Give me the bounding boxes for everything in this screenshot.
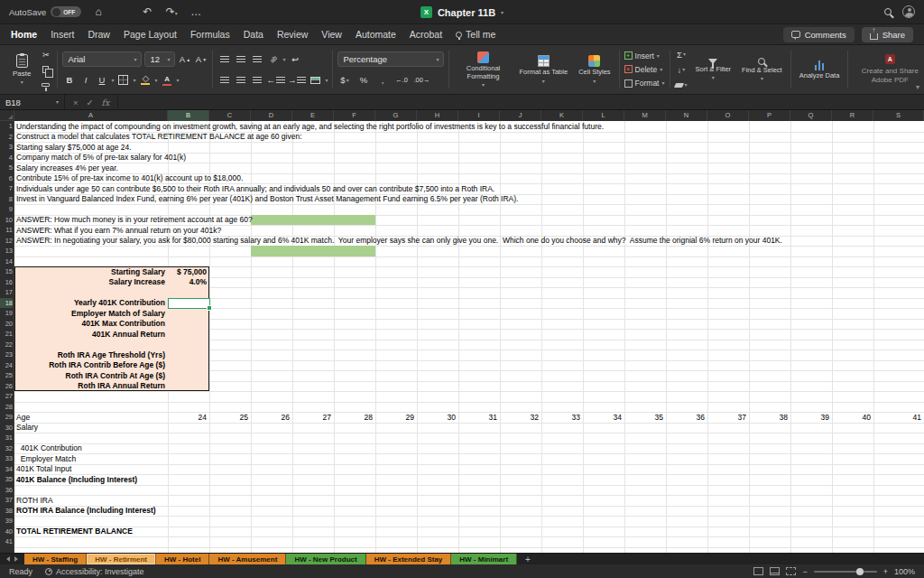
cell-A18[interactable]: Yearly 401K Contribution	[15, 298, 165, 308]
cell-styles-button[interactable]: Cell Styles▾	[575, 55, 614, 84]
column-header-N[interactable]: N	[666, 110, 707, 121]
add-sheet-button[interactable]: +	[517, 554, 539, 564]
orientation-button[interactable]: ab	[266, 52, 280, 66]
row-header-5[interactable]: 5	[0, 163, 13, 173]
create-share-adobe-pdf-button[interactable]: A Create and Share Adobe PDF	[853, 54, 924, 84]
row-header-2[interactable]: 2	[0, 132, 13, 143]
copy-button[interactable]	[39, 63, 52, 77]
spreadsheet-grid[interactable]: ABCDEFGHIJKLMNOPQRS123456789101112131415…	[0, 110, 924, 553]
align-left-button[interactable]	[217, 73, 231, 87]
row-header-12[interactable]: 12	[0, 236, 13, 247]
tab-view[interactable]: View	[321, 29, 342, 40]
tab-acrobat[interactable]: Acrobat	[410, 29, 442, 40]
cell-A1[interactable]: Understanding the impact of compounding …	[16, 122, 604, 132]
cell-A2[interactable]: Construct a model that calculates TOTAL …	[16, 132, 302, 142]
borders-button[interactable]	[116, 73, 130, 87]
cell-A6[interactable]: Contribute 15% of pre-tax income to 401(…	[16, 173, 243, 183]
cell-I29[interactable]: 31	[459, 413, 497, 423]
confirm-entry-icon[interactable]: ✓	[87, 98, 94, 107]
format-cells-button[interactable]: Format▾	[624, 77, 665, 90]
cell-E29[interactable]: 27	[293, 413, 331, 423]
cell-R29[interactable]: 40	[833, 413, 871, 423]
column-header-K[interactable]: K	[541, 110, 583, 121]
column-header-I[interactable]: I	[458, 110, 500, 121]
bold-button[interactable]: B	[62, 73, 76, 87]
font-color-button[interactable]: A	[161, 73, 174, 87]
row-header-15[interactable]: 15	[0, 266, 13, 277]
page-break-view-icon[interactable]	[786, 567, 796, 575]
column-header-C[interactable]: C	[209, 110, 251, 121]
column-header-J[interactable]: J	[500, 110, 541, 121]
row-header-38[interactable]: 38	[0, 506, 13, 517]
row-header-28[interactable]: 28	[0, 402, 13, 413]
autosum-button[interactable]: Σ▾	[675, 48, 688, 61]
row-header-30[interactable]: 30	[0, 423, 13, 434]
cell-B15[interactable]: $ 75,000	[169, 267, 207, 277]
delete-cells-button[interactable]: ×Delete▾	[624, 62, 665, 76]
align-center-button[interactable]	[234, 73, 247, 87]
row-header-6[interactable]: 6	[0, 173, 13, 184]
align-right-button[interactable]	[250, 73, 263, 87]
cell-A12[interactable]: ANSWER: In negotiating your salary, you …	[16, 236, 782, 246]
tab-automate[interactable]: Automate	[356, 29, 396, 40]
collapse-ribbon-icon[interactable]: ▾	[916, 83, 919, 91]
find-select-button[interactable]: Find & Select▾	[738, 58, 786, 82]
cell-A38[interactable]: ROTH IRA Balance (Including Interest)	[16, 506, 156, 516]
zoom-out-button[interactable]: −	[802, 567, 807, 576]
cell-A8[interactable]: Invest in Vanguard Balanced Index Fund, …	[16, 194, 518, 204]
select-all-corner[interactable]	[0, 110, 14, 121]
formula-input[interactable]	[118, 95, 924, 109]
tab-page-layout[interactable]: Page Layout	[124, 29, 177, 40]
cell-C29[interactable]: 25	[210, 413, 248, 423]
cell-M29[interactable]: 35	[625, 413, 663, 423]
column-header-B[interactable]: B	[168, 110, 209, 121]
name-box[interactable]: B18 ▾	[0, 95, 65, 109]
italic-button[interactable]: I	[79, 73, 92, 87]
tab-insert[interactable]: Insert	[51, 29, 74, 40]
cell-A24[interactable]: Roth IRA Contrib Before Age ($)	[15, 360, 165, 370]
column-header-L[interactable]: L	[583, 110, 624, 121]
cell-B16[interactable]: 4.0%	[169, 277, 207, 287]
row-header-25[interactable]: 25	[0, 370, 13, 381]
cell-A16[interactable]: Salary Increase	[15, 277, 165, 287]
cell-J29[interactable]: 32	[501, 413, 539, 423]
cell-A15[interactable]: Starting Salary	[15, 267, 165, 277]
merge-center-button[interactable]	[309, 73, 322, 87]
row-header-26[interactable]: 26	[0, 381, 13, 392]
row-header-33[interactable]: 33	[0, 453, 13, 464]
tab-home[interactable]: Home	[11, 29, 37, 40]
row-header-18[interactable]: 18	[0, 298, 13, 309]
column-header-O[interactable]: O	[707, 110, 749, 121]
row-header-40[interactable]: 40	[0, 527, 13, 537]
row-header-11[interactable]: 11	[0, 225, 13, 236]
cancel-entry-icon[interactable]: ×	[73, 98, 79, 107]
row-header-24[interactable]: 24	[0, 360, 13, 371]
cell-A35[interactable]: 401K Balance (Including Interest)	[16, 475, 137, 485]
fill-button[interactable]: ↓▾	[675, 63, 688, 77]
sheet-tab-hw-retirment[interactable]: HW - Retirment	[87, 554, 156, 564]
row-header-20[interactable]: 20	[0, 319, 13, 330]
row-header-13[interactable]: 13	[0, 246, 13, 256]
cell-A23[interactable]: Roth IRA Age Threshold (Yrs)	[15, 350, 165, 360]
sheet-tab-hw-extended-stay[interactable]: HW - Extended Stay	[366, 554, 452, 564]
tab-formulas[interactable]: Formulas	[190, 29, 230, 40]
cell-A37[interactable]: ROTH IRA	[16, 496, 53, 506]
page-layout-view-icon[interactable]	[770, 567, 780, 575]
cell-A25[interactable]: Roth IRA Contrib At Age ($)	[15, 371, 165, 381]
column-header-A[interactable]: A	[14, 110, 168, 121]
sort-filter-button[interactable]: Sort & Filter▾	[692, 59, 735, 81]
row-header-29[interactable]: 29	[0, 412, 13, 423]
cell-H29[interactable]: 30	[418, 413, 456, 423]
align-bottom-button[interactable]	[250, 52, 263, 66]
row-header-9[interactable]: 9	[0, 204, 13, 215]
percent-format-button[interactable]: %	[356, 73, 370, 87]
row-header-16[interactable]: 16	[0, 277, 13, 288]
tab-review[interactable]: Review	[277, 29, 308, 40]
row-header-8[interactable]: 8	[0, 194, 13, 205]
row-header-22[interactable]: 22	[0, 340, 13, 350]
cell-A32[interactable]: 401K Contribution	[16, 443, 82, 453]
cell-A19[interactable]: Employer Match of Salary	[15, 309, 165, 319]
cell-F29[interactable]: 28	[335, 413, 373, 423]
cell-A10[interactable]: ANSWER: How much money is in your retire…	[16, 215, 253, 225]
row-header-36[interactable]: 36	[0, 485, 13, 496]
